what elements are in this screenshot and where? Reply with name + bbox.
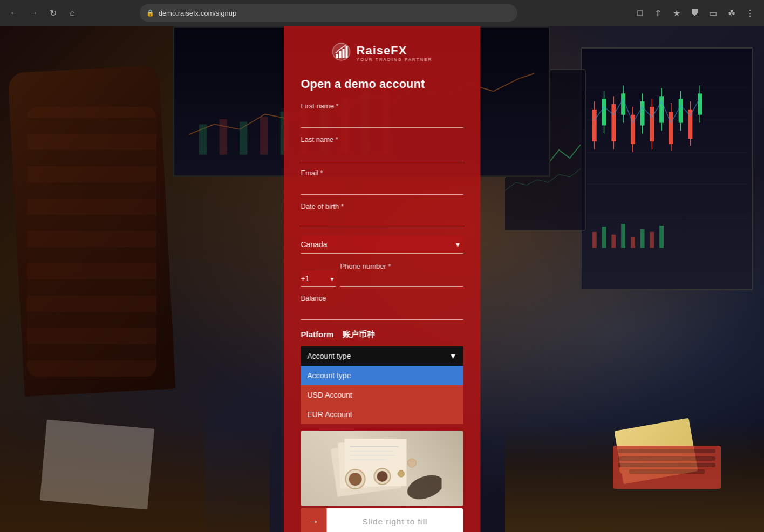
keyboard [613, 446, 721, 489]
platform-label: Platform [301, 330, 334, 340]
extensions-button[interactable]: ⛊ [687, 5, 702, 21]
svg-rect-49 [339, 51, 342, 58]
phone-input-wrapper: Phone number * [340, 261, 463, 287]
first-name-input[interactable] [301, 112, 463, 128]
account-type-display[interactable]: Account type ▼ [301, 346, 463, 366]
browser-actions: □ ⇧ ★ ⛊ ▭ ☘ ⋮ [632, 5, 758, 21]
account-type-option-usd[interactable]: USD Account [301, 385, 463, 405]
email-field: Email * [301, 169, 463, 195]
country-select[interactable]: Canada United States United Kingdom Aust… [301, 236, 463, 254]
svg-rect-50 [343, 49, 345, 58]
account-type-wrapper: Account type ▼ Account type USD Account … [301, 346, 463, 424]
address-bar[interactable]: 🔒 demo.raisefx.com/signup [140, 4, 517, 22]
forward-button[interactable]: → [26, 5, 41, 21]
svg-rect-37 [199, 124, 207, 154]
browser-chrome: ← → ↻ ⌂ 🔒 demo.raisefx.com/signup □ ⇧ ★ … [0, 0, 764, 26]
svg-rect-32 [621, 224, 625, 248]
lock-icon: 🔒 [146, 9, 154, 17]
svg-rect-51 [346, 46, 348, 58]
slide-button-text: Slide right to fill [327, 517, 463, 526]
first-name-field: First name * [301, 102, 463, 128]
profile-button[interactable]: ☘ [724, 5, 739, 21]
window-button[interactable]: ▭ [706, 5, 721, 21]
svg-rect-38 [220, 119, 227, 155]
home-button[interactable]: ⌂ [65, 5, 80, 21]
url-text: demo.raisefx.com/signup [159, 9, 237, 17]
platform-currency-row: Platform 账户币种 [301, 330, 463, 340]
phone-code-select[interactable]: +1 +44 +61 +49 [301, 271, 336, 287]
svg-rect-48 [336, 54, 338, 58]
account-type-chevron-icon: ▼ [449, 352, 457, 360]
image-papers-detail [301, 431, 463, 506]
svg-rect-36 [659, 226, 664, 248]
dob-label: Date of birth * [301, 202, 463, 210]
svg-point-63 [404, 470, 441, 503]
monitor-frame [581, 47, 753, 290]
document [40, 420, 154, 510]
balance-field: Balance [301, 294, 463, 320]
email-input[interactable] [301, 179, 463, 195]
option-eur-label: EUR Account [308, 410, 352, 419]
bookmark-button[interactable]: ★ [669, 5, 684, 21]
logo-icon [332, 42, 351, 64]
currency-label: 账户币种 [342, 330, 374, 340]
back-button[interactable]: ← [6, 5, 22, 21]
screen-capture-button[interactable]: □ [632, 5, 647, 21]
logo-area: RaiseFX YOUR TRADING PARTNER [301, 42, 463, 64]
phone-label: Phone number * [340, 262, 391, 270]
account-type-option-default[interactable]: Account type [301, 366, 463, 385]
svg-rect-29 [592, 232, 597, 248]
last-name-field: Last name * [301, 135, 463, 161]
slide-arrow-icon: → [301, 508, 327, 532]
svg-point-62 [377, 471, 387, 482]
last-name-label: Last name * [301, 135, 463, 144]
svg-rect-40 [260, 117, 268, 155]
account-type-selected-text: Account type [308, 352, 351, 360]
option-account-type-label: Account type [308, 371, 351, 380]
phone-row: +1 +44 +61 +49 ▼ Phone number * [301, 261, 463, 287]
svg-rect-34 [640, 229, 645, 248]
country-select-wrapper: Canada United States United Kingdom Aust… [301, 236, 463, 254]
page-content: RaiseFX YOUR TRADING PARTNER Open a demo… [0, 26, 764, 532]
form-panel: RaiseFX YOUR TRADING PARTNER Open a demo… [284, 26, 481, 532]
reload-button[interactable]: ↻ [45, 5, 60, 21]
logo-container: RaiseFX YOUR TRADING PARTNER [332, 42, 433, 64]
menu-button[interactable]: ⋮ [742, 5, 758, 21]
svg-point-64 [407, 459, 416, 467]
phone-input[interactable] [340, 271, 463, 287]
share-button[interactable]: ⇧ [651, 5, 666, 21]
svg-rect-31 [611, 235, 616, 248]
logo-svg [332, 42, 351, 62]
svg-point-65 [398, 470, 404, 477]
dob-field: Date of birth * [301, 202, 463, 228]
phone-code-wrapper: +1 +44 +61 +49 ▼ [301, 271, 336, 287]
logo-tagline: YOUR TRADING PARTNER [357, 57, 433, 62]
table-left [0, 424, 270, 532]
account-type-dropdown: Account type USD Account EUR Account [301, 366, 463, 424]
dob-input[interactable] [301, 213, 463, 228]
email-label: Email * [301, 169, 463, 177]
svg-rect-33 [631, 237, 635, 248]
logo-text-block: RaiseFX YOUR TRADING PARTNER [357, 44, 433, 62]
logo-name: RaiseFX [357, 44, 433, 57]
promo-image [301, 431, 463, 506]
slide-button[interactable]: → Slide right to fill [301, 508, 463, 532]
balance-input[interactable] [301, 304, 463, 320]
candlestick-chart [587, 54, 747, 261]
svg-rect-35 [650, 232, 654, 248]
last-name-input[interactable] [301, 146, 463, 161]
option-usd-label: USD Account [308, 391, 352, 399]
monitor-screen [582, 49, 752, 289]
first-name-label: First name * [301, 102, 463, 110]
account-type-option-eur[interactable]: EUR Account [301, 405, 463, 424]
svg-point-60 [349, 473, 361, 486]
chair-padding [27, 107, 156, 377]
page-title: Open a demo account [301, 77, 463, 91]
svg-rect-39 [240, 122, 247, 155]
papers-svg [323, 433, 441, 503]
balance-label: Balance [301, 294, 463, 302]
slide-arrow-text: → [309, 515, 319, 528]
svg-rect-30 [602, 227, 606, 248]
